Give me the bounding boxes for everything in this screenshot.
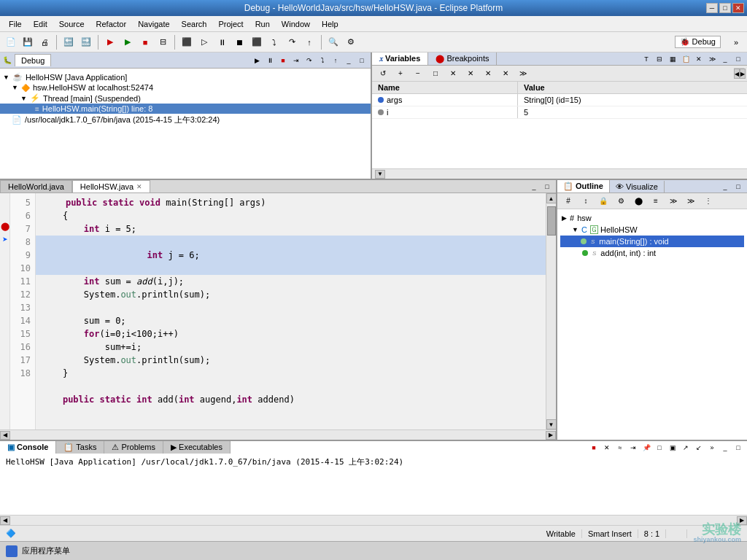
var-maximize[interactable]: □ — [732, 53, 744, 65]
debug-step-return-btn[interactable]: ↑ — [330, 55, 341, 66]
debug-maximize[interactable]: □ — [356, 55, 368, 66]
outline-tb-1[interactable]: # — [560, 193, 576, 209]
toolbar-btn-5[interactable]: 🔜 — [78, 34, 94, 50]
outline-tb-4[interactable]: ⚙ — [613, 193, 629, 209]
menu-help[interactable]: Help — [316, 18, 344, 30]
outline-tb-2[interactable]: ↕ — [578, 193, 594, 209]
var-scrollbar[interactable]: ◀ ▶ — [734, 68, 744, 79]
console-btn-9[interactable]: ↙ — [693, 442, 705, 454]
outline-item-add[interactable]: S add(int, int) : int — [581, 247, 744, 259]
breakpoints-tab[interactable]: ⬤ Breakpoints — [428, 52, 497, 65]
toolbar-btn-2[interactable]: 💾 — [20, 34, 36, 50]
console-btn-6[interactable]: □ — [654, 442, 665, 454]
console-scroll-left[interactable]: ◀ — [0, 516, 10, 525]
editor-scrollbar-v[interactable]: ▲ ▼ — [546, 193, 556, 429]
toolbar-btn-12[interactable]: ⏹ — [231, 34, 247, 50]
tab-hellohsw-close[interactable]: ✕ — [136, 183, 142, 190]
variables-tab[interactable]: 𝑥Variables — [372, 52, 428, 65]
code-content[interactable]: public static void main(String[] args) {… — [36, 193, 546, 429]
debug-tab[interactable]: Debug — [15, 54, 51, 66]
toolbar-btn-11[interactable]: ⏸ — [214, 34, 230, 50]
var-tb-4[interactable]: □ — [427, 66, 444, 82]
tree-item-thread[interactable]: ▼ ⚡ Thread [main] (Suspended) — [20, 93, 368, 104]
editor-scroll-right[interactable]: ▶ — [546, 431, 556, 440]
var-tb-8[interactable]: ✕ — [498, 66, 514, 82]
outline-item-hsw[interactable]: ▶ # hsw — [560, 212, 744, 224]
debug-suspend-btn[interactable]: ⏸ — [264, 55, 276, 66]
menu-source[interactable]: Source — [53, 18, 90, 30]
toolbar-btn-9[interactable]: ⬛ — [179, 34, 195, 50]
step-over-button[interactable]: ↷ — [284, 34, 300, 50]
editor-scroll-up[interactable]: ▲ — [546, 193, 557, 203]
var-more-btn[interactable]: ≫ — [706, 53, 718, 65]
var-select-all-btn[interactable]: ▦ — [667, 53, 678, 65]
debug-step-over-btn[interactable]: ↷ — [303, 55, 315, 66]
outline-tab[interactable]: 📋 Outline — [557, 180, 610, 192]
stop-button[interactable]: ■ — [137, 34, 153, 50]
console-content[interactable]: HelloHSW [Java Application] /usr/local/j… — [0, 454, 747, 515]
editor-maximize[interactable]: □ — [541, 181, 553, 192]
tasks-tab[interactable]: 📋 Tasks — [56, 441, 104, 454]
debug-disconnect-btn[interactable]: ⇥ — [290, 55, 302, 66]
toolbar-btn-18[interactable]: ⚙ — [343, 34, 359, 50]
problems-tab[interactable]: ⚠ Problems — [104, 441, 163, 454]
tab-helloworld[interactable]: HelloWorld.java — [0, 180, 72, 192]
var-tb-7[interactable]: ✕ — [480, 66, 496, 82]
debug-button[interactable]: ▶ — [102, 34, 118, 50]
outline-maximize[interactable]: □ — [732, 181, 744, 192]
var-row-i[interactable]: i 5 — [372, 106, 747, 119]
var-scroll-down[interactable]: ▼ — [375, 170, 385, 179]
console-btn-3[interactable]: ≈ — [614, 442, 626, 454]
var-row-args[interactable]: args String[0] (id=15) — [372, 94, 747, 106]
maximize-button[interactable]: □ — [719, 3, 731, 13]
tree-expand-class[interactable]: ▼ — [12, 84, 18, 91]
console-clear-btn[interactable]: ✕ — [601, 442, 613, 454]
outline-tb-5[interactable]: ⬤ — [630, 193, 646, 209]
console-minimize[interactable]: _ — [719, 442, 731, 454]
var-tb-9[interactable]: ≫ — [515, 66, 531, 82]
outline-item-main[interactable]: S main(String[]) : void — [560, 236, 744, 247]
tree-item-frame[interactable]: ≡ HelloHSW.main(String[]) line: 8 — [0, 104, 371, 114]
step-into-button[interactable]: ⤵ — [266, 34, 282, 50]
var-delete-btn[interactable]: ✕ — [693, 53, 705, 65]
outline-minimize[interactable]: _ — [719, 181, 731, 192]
executables-tab[interactable]: ▶ Executables — [163, 441, 231, 454]
menu-file[interactable]: File — [3, 18, 28, 30]
console-btn-5[interactable]: 📌 — [640, 442, 652, 454]
tree-expand-app[interactable]: ▼ — [3, 74, 9, 81]
taskbar-app-menu[interactable]: 应用程序菜单 — [22, 545, 70, 556]
toolbar-btn-17[interactable]: 🔍 — [325, 34, 341, 50]
console-maximize[interactable]: □ — [732, 442, 744, 454]
menu-refactor[interactable]: Refactor — [90, 18, 133, 30]
var-tb-2[interactable]: + — [392, 66, 409, 82]
toolbar-btn-3[interactable]: 🖨 — [36, 34, 53, 50]
var-scroll-right[interactable]: ▶ — [740, 69, 746, 79]
minimize-button[interactable]: ─ — [706, 3, 718, 13]
menu-search[interactable]: Search — [176, 18, 213, 30]
run-button[interactable]: ▶ — [120, 34, 136, 50]
tree-item-process[interactable]: 📄 /usr/local/jdk1.7.0_67/bin/java (2015-… — [12, 114, 368, 126]
var-collapse-btn[interactable]: ⊟ — [654, 53, 665, 65]
step-return-button[interactable]: ↑ — [301, 34, 317, 50]
var-show-type-btn[interactable]: T — [640, 53, 652, 65]
outline-tb-9[interactable]: ⋮ — [700, 193, 716, 209]
menu-navigate[interactable]: Navigate — [132, 18, 175, 30]
debug-minimize[interactable]: _ — [343, 55, 355, 66]
tab-hellohsw[interactable]: HelloHSW.java ✕ — [72, 180, 150, 192]
menu-project[interactable]: Project — [212, 18, 249, 30]
outline-tb-3[interactable]: 🔒 — [595, 193, 611, 209]
console-btn-4[interactable]: ⇥ — [627, 442, 639, 454]
console-tab[interactable]: ▣ Console — [0, 441, 56, 454]
pkg-expand[interactable]: ▶ — [562, 214, 567, 222]
editor-scroll-down[interactable]: ▼ — [546, 419, 557, 429]
debug-resume-btn[interactable]: ▶ — [251, 55, 263, 66]
toolbar-btn-10[interactable]: ▷ — [196, 34, 212, 50]
var-tb-1[interactable]: ↺ — [375, 66, 391, 82]
editor-minimize[interactable]: _ — [528, 181, 540, 192]
editor-scroll-left[interactable]: ◀ — [0, 431, 10, 440]
outline-tb-8[interactable]: ≫ — [683, 193, 699, 209]
var-copy-btn[interactable]: 📋 — [680, 53, 692, 65]
tree-expand-thread[interactable]: ▼ — [20, 95, 27, 102]
toolbar-btn-4[interactable]: 🔙 — [61, 34, 77, 50]
close-button[interactable]: ✕ — [732, 3, 744, 13]
